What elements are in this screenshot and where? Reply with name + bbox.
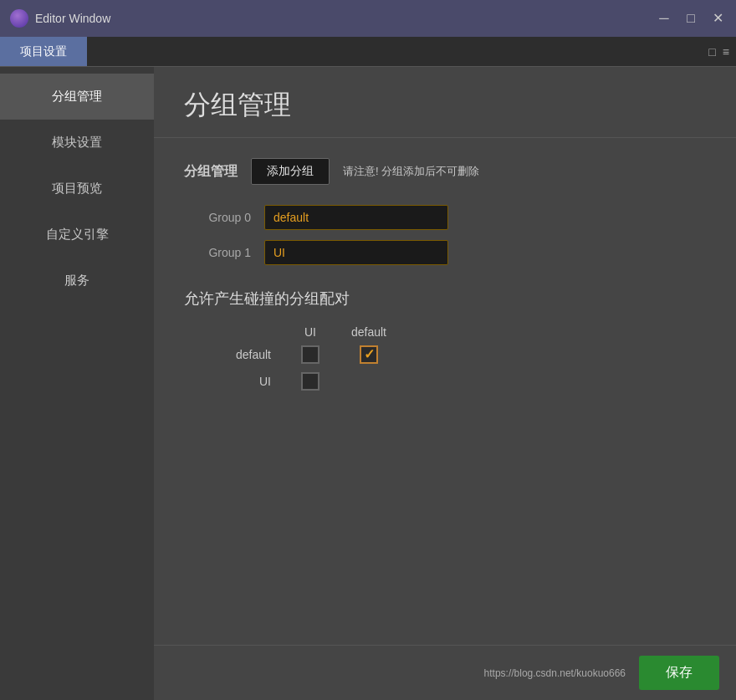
- page-title: 分组管理: [154, 67, 736, 138]
- col-header-ui: UI: [281, 325, 340, 339]
- cell-default-default: ✓: [340, 345, 398, 364]
- row-label-ui: UI: [197, 375, 281, 388]
- sidebar-item-project-preview[interactable]: 项目预览: [0, 166, 154, 212]
- checkbox-default-ui[interactable]: [301, 345, 319, 364]
- sidebar: 分组管理 模块设置 项目预览 自定义引擎 服务: [0, 67, 154, 700]
- matrix-row-default: default ✓: [197, 345, 706, 364]
- restore-icon[interactable]: □: [708, 45, 715, 59]
- menu-icon[interactable]: ≡: [723, 45, 729, 59]
- title-bar: Editor Window ─ □ ✕: [0, 0, 736, 37]
- content-body: 分组管理 添加分组 请注意! 分组添加后不可删除 Group 0 Group 1…: [154, 138, 736, 645]
- tab-project-settings[interactable]: 项目设置: [0, 37, 87, 66]
- group-0-label: Group 0: [184, 211, 251, 224]
- collision-title: 允许产生碰撞的分组配对: [184, 289, 706, 309]
- footer-link: https://blog.csdn.net/kuokuo666: [484, 667, 626, 679]
- group-1-input[interactable]: [264, 240, 448, 265]
- matrix-header-row: UI default: [197, 325, 706, 339]
- warning-text: 请注意! 分组添加后不可删除: [343, 164, 479, 179]
- sidebar-item-custom-engine[interactable]: 自定义引擎: [0, 212, 154, 258]
- row-label-default: default: [197, 348, 281, 361]
- checkbox-default-default[interactable]: ✓: [360, 345, 378, 364]
- tab-bar: 项目设置 □ ≡: [0, 37, 736, 67]
- window-title: Editor Window: [35, 12, 649, 25]
- section-label: 分组管理: [184, 163, 238, 181]
- collision-matrix: UI default default ✓: [197, 325, 706, 391]
- col-header-default: default: [340, 325, 398, 339]
- content-footer: https://blog.csdn.net/kuokuo666 保存: [154, 645, 736, 700]
- close-button[interactable]: ✕: [709, 12, 726, 25]
- sidebar-item-module-settings[interactable]: 模块设置: [0, 120, 154, 166]
- cell-default-ui: [281, 345, 340, 364]
- sidebar-item-group-management[interactable]: 分组管理: [0, 74, 154, 120]
- group-1-label: Group 1: [184, 246, 251, 259]
- window-controls: ─ □ ✕: [656, 12, 726, 25]
- cell-ui-ui: [281, 372, 340, 391]
- add-group-button[interactable]: 添加分组: [251, 158, 330, 185]
- group-0-input[interactable]: [264, 205, 448, 230]
- main-layout: 分组管理 模块设置 项目预览 自定义引擎 服务 分组管理 分组管理 添加分组 请…: [0, 67, 736, 700]
- app-logo: [10, 9, 28, 28]
- sidebar-item-service[interactable]: 服务: [0, 258, 154, 304]
- tab-bar-icons: □ ≡: [702, 37, 736, 66]
- checkbox-ui-ui[interactable]: [301, 372, 319, 391]
- section-header: 分组管理 添加分组 请注意! 分组添加后不可删除: [184, 158, 706, 185]
- save-button[interactable]: 保存: [639, 656, 719, 690]
- checkmark-icon: ✓: [364, 348, 375, 361]
- maximize-button[interactable]: □: [682, 12, 699, 25]
- group-row-1: Group 1: [184, 240, 706, 265]
- matrix-row-ui: UI: [197, 372, 706, 391]
- minimize-button[interactable]: ─: [656, 12, 672, 25]
- group-row-0: Group 0: [184, 205, 706, 230]
- matrix-corner: [197, 325, 281, 339]
- content-area: 分组管理 分组管理 添加分组 请注意! 分组添加后不可删除 Group 0 Gr…: [154, 67, 736, 700]
